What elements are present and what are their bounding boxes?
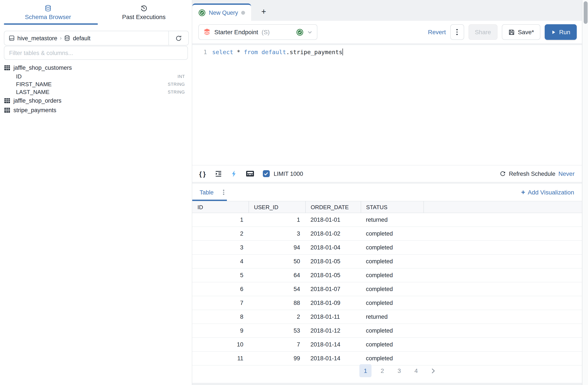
results-table: IDUSER_IDORDER_DATESTATUS 112018-01-01re… xyxy=(192,201,582,365)
add-visualization-button[interactable]: + Add Visualization xyxy=(521,188,574,196)
check-circle-icon xyxy=(198,9,206,17)
cell-empty xyxy=(423,227,582,241)
column-header-id[interactable]: ID xyxy=(192,201,249,213)
schema-filter xyxy=(4,46,188,60)
schema-column-item[interactable]: IDINT xyxy=(0,72,192,80)
revert-link[interactable]: Revert xyxy=(428,29,446,36)
table-row: 112018-01-01returned xyxy=(192,213,582,227)
results-header-row: IDUSER_IDORDER_DATESTATUS xyxy=(192,201,582,213)
save-button[interactable]: Save* xyxy=(502,24,541,40)
refresh-schedule-value[interactable]: Never xyxy=(558,170,575,177)
query-tab-new-query[interactable]: New Query xyxy=(192,3,251,21)
column-header-order_date[interactable]: ORDER_DATE xyxy=(305,201,361,213)
cell-user_id: 94 xyxy=(249,241,305,255)
sql-token: default xyxy=(262,48,286,55)
page-scrollbar[interactable] xyxy=(582,0,588,385)
pagination: 1234 xyxy=(359,364,439,377)
query-tab-label: New Query xyxy=(209,10,238,16)
cell-empty xyxy=(423,338,582,351)
breadcrumb[interactable]: hive_metastore › default xyxy=(4,35,168,41)
schema-column-item[interactable]: FIRST_NAMESTRING xyxy=(0,80,192,88)
tab-past-executions-label: Past Executions xyxy=(122,13,166,20)
schema-table-item[interactable]: jaffle_shop_orders xyxy=(0,96,192,105)
sql-token xyxy=(258,48,261,55)
lightning-icon[interactable] xyxy=(231,170,237,177)
cell-empty xyxy=(423,241,582,255)
results-panel: Table + Add Visualization IDUSER_IDORDER… xyxy=(192,184,582,383)
table-row: 232018-01-02completed xyxy=(192,227,582,241)
schema-filter-input[interactable] xyxy=(4,46,188,60)
endpoint-status-check-icon xyxy=(296,28,304,36)
cell-empty xyxy=(423,255,582,268)
cell-user_id: 7 xyxy=(249,338,305,351)
tab-schema-browser[interactable]: Schema Browser xyxy=(0,0,96,25)
table-grid-icon xyxy=(4,107,10,113)
cell-status: completed xyxy=(361,241,423,255)
refresh-schedule-icon xyxy=(500,171,506,177)
database-icon xyxy=(45,4,52,11)
cell-user_id: 53 xyxy=(249,324,305,338)
table-tab-kebab-icon[interactable] xyxy=(223,190,224,195)
share-button[interactable]: Share xyxy=(468,24,498,40)
endpoint-size: (S) xyxy=(262,29,270,36)
page-button-2[interactable]: 2 xyxy=(376,364,388,377)
next-page-button[interactable] xyxy=(427,364,439,377)
chevron-right-icon xyxy=(430,368,436,374)
page-button-1[interactable]: 1 xyxy=(359,364,372,377)
tab-past-executions[interactable]: Past Executions xyxy=(96,0,192,25)
sql-editor[interactable]: 1 select * from default.stripe_payments xyxy=(192,45,582,165)
table-row: 6542018-01-07completed xyxy=(192,282,582,296)
autocomplete-braces-icon[interactable]: { } xyxy=(199,170,206,177)
cell-order_date: 2018-01-05 xyxy=(305,268,361,282)
schema-breadcrumb-box: hive_metastore › default xyxy=(4,31,189,45)
sql-token: select xyxy=(212,48,233,55)
table-row: 11992018-01-14completed xyxy=(192,351,582,365)
schema-table-name: stripe_payments xyxy=(13,107,56,113)
page-button-4[interactable]: 4 xyxy=(410,364,422,377)
tab-schema-browser-label: Schema Browser xyxy=(25,13,71,20)
limit-checkbox[interactable] xyxy=(263,170,270,177)
limit-toggle[interactable]: LIMIT 1000 xyxy=(263,170,303,177)
cell-order_date: 2018-01-11 xyxy=(305,310,361,324)
cell-user_id: 50 xyxy=(249,255,305,268)
breadcrumb-catalog[interactable]: hive_metastore xyxy=(17,35,57,41)
scrollbar-thumb[interactable] xyxy=(584,1,587,24)
cell-status: completed xyxy=(361,282,423,296)
keyboard-icon[interactable] xyxy=(246,171,254,177)
cell-order_date: 2018-01-12 xyxy=(305,324,361,338)
refresh-schema-button[interactable] xyxy=(168,31,188,45)
cell-status: completed xyxy=(361,227,423,241)
play-icon xyxy=(551,30,556,34)
cell-order_date: 2018-01-14 xyxy=(305,351,361,365)
column-header-user_id[interactable]: USER_ID xyxy=(249,201,305,213)
sql-code[interactable]: select * from default.stripe_payments xyxy=(207,48,343,55)
page-button-3[interactable]: 3 xyxy=(393,364,405,377)
query-tab-strip: New Query + xyxy=(192,0,588,21)
run-button[interactable]: Run xyxy=(545,24,577,40)
app: Schema Browser Past Executions xyxy=(0,0,588,385)
schema-table-name: jaffle_shop_orders xyxy=(13,97,62,104)
table-grid-icon xyxy=(4,64,10,71)
catalog-icon xyxy=(9,35,15,41)
sql-token: .stripe_payments xyxy=(286,48,342,55)
endpoint-selector[interactable]: Starter Endpoint (S) xyxy=(198,24,317,40)
plus-icon: + xyxy=(521,188,525,196)
schema-column-item[interactable]: LAST_NAMESTRING xyxy=(0,88,192,96)
breadcrumb-schema[interactable]: default xyxy=(73,35,90,41)
cell-empty xyxy=(423,213,582,227)
cell-status: completed xyxy=(361,268,423,282)
save-button-label: Save* xyxy=(518,29,534,36)
schema-column-name: ID xyxy=(16,73,22,80)
cell-id: 4 xyxy=(192,255,249,268)
cell-id: 6 xyxy=(192,282,249,296)
add-query-tab-button[interactable]: + xyxy=(257,4,270,19)
tab-table[interactable]: Table xyxy=(200,189,214,195)
cell-order_date: 2018-01-04 xyxy=(305,241,361,255)
schema-table-item[interactable]: stripe_payments xyxy=(0,105,192,115)
column-header-status[interactable]: STATUS xyxy=(361,201,423,213)
schema-table-item[interactable]: jaffle_shop_customers xyxy=(0,63,192,72)
more-actions-button[interactable] xyxy=(450,24,464,40)
format-indent-icon[interactable] xyxy=(215,170,222,177)
cell-user_id: 54 xyxy=(249,282,305,296)
cell-empty xyxy=(423,324,582,338)
